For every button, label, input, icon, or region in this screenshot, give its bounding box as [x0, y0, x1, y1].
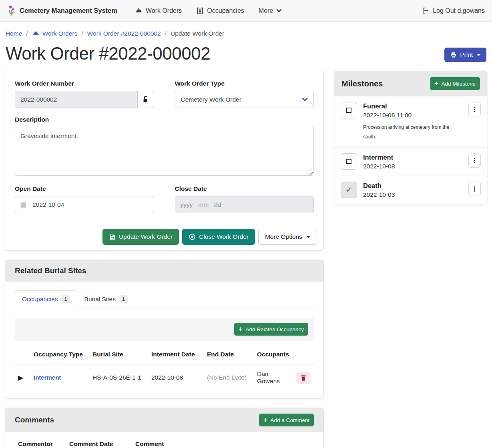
- breadcrumb-work-orders[interactable]: Work Orders: [32, 30, 78, 37]
- expand-column-header: [15, 345, 30, 364]
- milestone-checkbox[interactable]: [341, 102, 357, 118]
- add-comment-label: Add a Comment: [270, 417, 309, 423]
- tab-burial-sites-count-badge: 1: [119, 295, 128, 303]
- caret-down-icon: [306, 236, 310, 238]
- page-header: Work Order #2022-000002 Print: [0, 43, 492, 71]
- close-work-order-button[interactable]: Close Work Order: [182, 229, 255, 245]
- nav-work-orders[interactable]: Work Orders: [129, 4, 187, 18]
- burial-site-header: Burial Site: [89, 345, 148, 364]
- milestone-checkbox[interactable]: [341, 153, 357, 170]
- printer-icon: [450, 52, 457, 58]
- milestone-menu-button[interactable]: [468, 102, 481, 116]
- app-brand[interactable]: Cemetery Management System: [6, 5, 117, 17]
- tab-burial-sites[interactable]: Burial Sites 1: [77, 290, 135, 308]
- kebab-icon: [474, 158, 475, 159]
- tab-occupancies[interactable]: Occupancies 1: [15, 290, 77, 308]
- milestone-item-funeral: Funeral 2022-10-08 11:00 Procession arri…: [334, 96, 487, 148]
- end-date-header: End Date: [204, 345, 254, 364]
- description-field: Description Graveside interment.: [15, 116, 314, 177]
- top-navbar: Cemetery Management System Work Orders: [0, 0, 492, 22]
- tab-burial-sites-label: Burial Sites: [84, 296, 116, 303]
- milestone-note: Procession arriving at cemetery from the…: [363, 122, 453, 142]
- comment-header: Comment: [132, 434, 262, 448]
- commentor-header: Commentor: [15, 434, 66, 448]
- work-order-form-card: Work Order Number: [5, 71, 324, 251]
- occupancy-type-header: Occupancy Type: [30, 345, 89, 364]
- portrait-icon: [196, 7, 204, 14]
- related-burial-sites-header: Related Burial Sites: [5, 260, 323, 282]
- hard-hat-icon: [32, 30, 40, 37]
- work-order-type-label: Work Order Type: [175, 80, 314, 87]
- nav-more[interactable]: More: [253, 4, 287, 18]
- page-title: Work Order #2022-000002: [6, 44, 210, 64]
- occupancy-type-link[interactable]: Interment: [34, 374, 61, 381]
- work-order-type-field: Work Order Type Cemetery Work Order: [175, 80, 314, 108]
- open-date-input[interactable]: [15, 196, 154, 213]
- milestone-checkbox-checked[interactable]: ✓: [341, 182, 357, 198]
- hard-hat-icon: [135, 7, 143, 14]
- occupancy-row: ▶ Interment HS-A-0S-26E-1-1 2022-10-08 (…: [15, 364, 314, 391]
- end-date-cell: (No End Date): [204, 364, 254, 391]
- chevron-down-icon: [302, 98, 308, 102]
- comment-date-header: Comment Date: [66, 434, 132, 448]
- tulip-logo-icon: [6, 5, 16, 17]
- milestone-date: 2022-10-08: [363, 163, 462, 170]
- plus-icon: +: [239, 326, 242, 332]
- interment-date-header: Interment Date: [148, 345, 204, 364]
- add-milestone-button[interactable]: + Add Milestone: [430, 77, 480, 90]
- occupants-header: Occupants: [254, 345, 293, 364]
- add-related-occupancy-label: Add Related Occupancy: [245, 326, 304, 332]
- nav-work-orders-label: Work Orders: [146, 7, 182, 14]
- nav-more-label: More: [259, 7, 273, 14]
- unlock-number-button[interactable]: [137, 91, 154, 108]
- breadcrumb-home[interactable]: Home: [6, 30, 22, 37]
- update-work-order-button[interactable]: Update Work Order: [102, 229, 179, 245]
- nav-occupancies-label: Occupancies: [207, 7, 244, 14]
- trash-icon: [301, 374, 306, 381]
- add-comment-button[interactable]: + Add a Comment: [259, 414, 314, 426]
- breadcrumb-work-order-number[interactable]: Work Order #2022-000002: [87, 30, 161, 37]
- work-order-type-value: Cemetery Work Order: [181, 96, 241, 103]
- close-date-field: Close Date: [175, 185, 314, 213]
- chevron-down-icon: [276, 9, 282, 12]
- breadcrumb-work-orders-label: Work Orders: [42, 30, 78, 37]
- milestone-menu-button[interactable]: [468, 153, 481, 168]
- logout-icon: [422, 7, 429, 14]
- work-order-type-select[interactable]: Cemetery Work Order: [175, 91, 314, 108]
- work-order-number-field: Work Order Number: [15, 80, 154, 108]
- close-date-label: Close Date: [175, 185, 314, 192]
- kebab-icon: [474, 107, 475, 108]
- delete-occupancy-button[interactable]: [296, 372, 311, 384]
- caret-down-icon: [477, 54, 481, 56]
- save-icon: [109, 234, 116, 240]
- milestones-header: Milestones + Add Milestone: [334, 71, 487, 96]
- calendar-icon: [20, 201, 26, 208]
- related-burial-sites-title: Related Burial Sites: [15, 266, 86, 275]
- milestone-date: 2022-10-03: [363, 191, 462, 198]
- app-title: Cemetery Management System: [20, 7, 117, 14]
- description-textarea[interactable]: Graveside interment.: [15, 127, 314, 176]
- breadcrumb-separator: /: [165, 30, 167, 37]
- burial-site-cell: HS-A-0S-26E-1-1: [89, 364, 148, 391]
- open-date-label: Open Date: [15, 185, 154, 192]
- occupancies-toolbar: + Add Related Occupancy: [15, 318, 314, 341]
- breadcrumb-separator: /: [26, 30, 28, 37]
- work-order-number-input: [15, 91, 137, 108]
- expand-row-icon[interactable]: ▶: [18, 374, 23, 382]
- milestone-content: Funeral 2022-10-08 11:00 Procession arri…: [363, 102, 462, 142]
- milestones-card: Milestones + Add Milestone Funeral 2022-…: [334, 71, 487, 204]
- logout-button[interactable]: Log Out d.gowans: [421, 4, 486, 18]
- print-button[interactable]: Print: [444, 48, 486, 62]
- milestone-menu-button[interactable]: [468, 182, 481, 196]
- breadcrumb: Home / Work Orders / Work Order #2022-00…: [0, 22, 492, 43]
- milestone-content: Interment 2022-10-08: [363, 153, 462, 170]
- nav-occupancies[interactable]: Occupancies: [191, 4, 250, 18]
- breadcrumb-current: Update Work Order: [171, 30, 224, 37]
- comments-card: Comments + Add a Comment Commentor Comme…: [5, 408, 324, 448]
- more-options-button[interactable]: More Options: [258, 229, 317, 245]
- more-options-label: More Options: [265, 233, 302, 240]
- work-order-number-label: Work Order Number: [15, 80, 154, 87]
- description-label: Description: [15, 116, 314, 123]
- add-related-occupancy-button[interactable]: + Add Related Occupancy: [234, 323, 308, 336]
- milestone-content: Death 2022-10-03: [363, 182, 462, 198]
